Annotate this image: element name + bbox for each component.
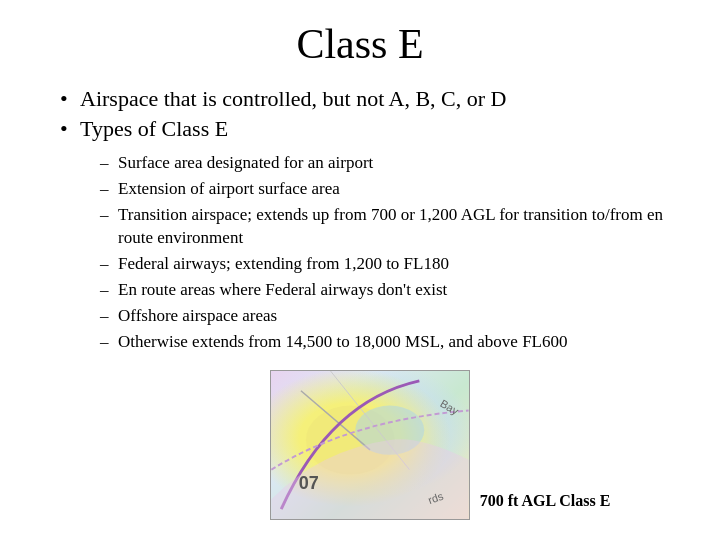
slide: Class E Airspace that is controlled, but… [0, 0, 720, 540]
main-bullet-list: Airspace that is controlled, but not A, … [60, 86, 680, 142]
dash-item-3: Transition airspace; extends up from 700… [100, 204, 680, 250]
map-container: 07 Bay rds [270, 370, 470, 520]
map-caption: 700 ft AGL Class E [480, 492, 611, 510]
dash-list: Surface area designated for an airport E… [100, 152, 680, 354]
dash-item-1: Surface area designated for an airport [100, 152, 680, 175]
dash-item-2: Extension of airport surface area [100, 178, 680, 201]
dash-item-7: Otherwise extends from 14,500 to 18,000 … [100, 331, 680, 354]
slide-title: Class E [40, 20, 680, 68]
bullet-item-2: Types of Class E [60, 116, 680, 142]
map-image: 07 Bay rds [270, 370, 470, 520]
bottom-section: 07 Bay rds 700 ft AGL Class E [0, 370, 720, 520]
bullet-item-1: Airspace that is controlled, but not A, … [60, 86, 680, 112]
dash-item-5: En route areas where Federal airways don… [100, 279, 680, 302]
dash-item-4: Federal airways; extending from 1,200 to… [100, 253, 680, 276]
dash-item-6: Offshore airspace areas [100, 305, 680, 328]
map-runway-label: 07 [299, 473, 319, 494]
